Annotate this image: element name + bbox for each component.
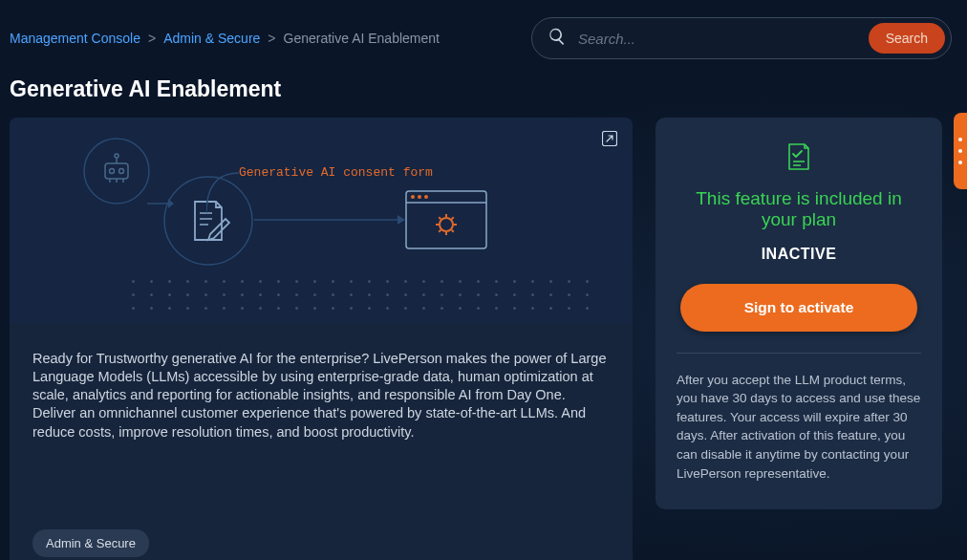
breadcrumb: Management Console > Admin & Secure > Ge… — [10, 31, 508, 46]
page-title: Generative AI Enablement — [0, 59, 967, 118]
feature-illustration: Generative AI consent form — [10, 118, 633, 323]
svg-point-18 — [411, 195, 415, 199]
sign-to-activate-button[interactable]: Sign to activate — [680, 284, 917, 332]
svg-point-20 — [424, 195, 428, 199]
divider — [677, 353, 921, 354]
svg-line-28 — [439, 230, 441, 232]
svg-line-27 — [452, 230, 454, 232]
svg-point-3 — [110, 169, 115, 174]
connector-line — [206, 169, 239, 213]
feature-status: INACTIVE — [762, 246, 837, 263]
chevron-right-icon: > — [148, 31, 156, 46]
svg-line-26 — [439, 217, 441, 219]
category-tag[interactable]: Admin & Secure — [32, 529, 149, 557]
feature-card: Generative AI consent form — [10, 118, 633, 560]
svg-point-1 — [84, 139, 149, 204]
document-check-icon — [786, 142, 811, 175]
plan-status-text: This feature is included in your plan — [677, 188, 921, 230]
svg-point-19 — [418, 195, 421, 199]
robot-icon — [82, 137, 151, 205]
side-drawer-handle[interactable] — [954, 113, 967, 189]
svg-rect-16 — [406, 191, 486, 248]
chevron-right-icon: > — [268, 31, 275, 46]
breadcrumb-current: Generative AI Enablement — [284, 31, 440, 46]
illustration-label: Generative AI consent form — [239, 165, 433, 180]
arrow-icon — [254, 212, 407, 227]
activation-panel: This feature is included in your plan IN… — [655, 118, 942, 509]
browser-window-icon — [405, 190, 487, 249]
terms-text: After you accept the LLM product terms, … — [677, 371, 921, 483]
feature-description: Ready for Trustworthy generative AI for … — [32, 350, 610, 442]
breadcrumb-section[interactable]: Admin & Secure — [163, 31, 260, 46]
breadcrumb-root[interactable]: Management Console — [10, 31, 140, 46]
search-bar: Search — [531, 17, 952, 59]
svg-point-21 — [440, 218, 453, 231]
dot-pattern — [132, 280, 591, 318]
svg-line-29 — [452, 217, 454, 219]
search-button[interactable]: Search — [869, 23, 945, 54]
search-icon — [548, 27, 567, 50]
svg-point-4 — [119, 169, 124, 174]
search-input[interactable] — [578, 31, 857, 47]
svg-rect-2 — [105, 163, 128, 179]
svg-point-6 — [115, 154, 118, 158]
expand-icon[interactable] — [602, 131, 617, 146]
